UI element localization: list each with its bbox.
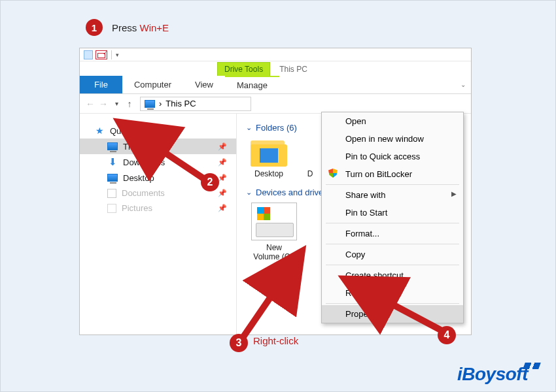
step-badge-1: 1 bbox=[86, 19, 103, 36]
nav-up-icon[interactable]: ↑ bbox=[123, 99, 136, 109]
menu-item-turn-on-bitlocker[interactable]: Turn on BitLocker bbox=[322, 165, 463, 183]
drive-label: Volume (C:) bbox=[246, 252, 302, 261]
menu-item-rename[interactable]: Rename bbox=[322, 284, 463, 302]
pin-icon: 📌 bbox=[218, 204, 227, 212]
nav-back-icon[interactable]: ← bbox=[84, 99, 97, 109]
pin-icon: 📌 bbox=[218, 189, 227, 197]
folder-label: D bbox=[304, 169, 317, 178]
nav-recent-icon[interactable]: ▾ bbox=[110, 100, 123, 107]
sidebar-label: Pictures bbox=[122, 203, 152, 213]
navigation-pane: ★ Quick access This PC 📌 ⬇ Downloads 📌 D… bbox=[80, 114, 237, 335]
section-title: Folders (6) bbox=[256, 123, 297, 133]
step-badge-3: 3 bbox=[230, 334, 248, 352]
sidebar-label: Desktop bbox=[123, 173, 154, 183]
pin-icon: 📌 bbox=[218, 142, 227, 151]
breadcrumb[interactable]: This PC bbox=[165, 99, 196, 108]
chevron-down-icon: ⌄ bbox=[246, 188, 252, 197]
step1-text: Press Win+E bbox=[112, 22, 169, 33]
chevron-down-icon: ⌄ bbox=[246, 123, 252, 132]
qat-dropdown-icon[interactable]: ▾ bbox=[116, 52, 119, 58]
desktop-icon bbox=[107, 172, 118, 183]
step-badge-4: 4 bbox=[438, 326, 456, 344]
contextual-tab-drive-tools[interactable]: Drive Tools bbox=[217, 62, 270, 76]
step-badge-2: 2 bbox=[201, 173, 219, 191]
section-title: Devices and drives bbox=[256, 188, 328, 197]
address-bar[interactable]: › This PC bbox=[140, 97, 251, 111]
pictures-icon bbox=[107, 204, 116, 213]
sidebar-item-quick-access[interactable]: ★ Quick access bbox=[80, 123, 236, 139]
titlebar: ✓ ▾ bbox=[80, 48, 471, 61]
download-icon: ⬇ bbox=[107, 157, 118, 167]
breadcrumb-sep: › bbox=[159, 99, 162, 108]
nav-forward-icon[interactable]: → bbox=[97, 99, 110, 109]
menu-item-copy[interactable]: Copy bbox=[322, 246, 463, 263]
menu-item-create-shortcut[interactable]: Create shortcut bbox=[322, 267, 463, 284]
context-menu: OpenOpen in new windowPin to Quick acces… bbox=[321, 112, 464, 323]
pc-icon bbox=[145, 100, 155, 108]
drive-icon bbox=[251, 203, 297, 240]
folder-icon bbox=[251, 138, 287, 167]
sidebar-item-this-pc[interactable]: This PC 📌 bbox=[80, 139, 236, 154]
menu-item-format-[interactable]: Format... bbox=[322, 225, 463, 242]
drive-c[interactable]: New Volume (C:) bbox=[246, 203, 302, 261]
menu-item-share-with[interactable]: Share with▶ bbox=[322, 186, 463, 204]
step3-text: Right-click bbox=[253, 335, 298, 346]
menu-item-open[interactable]: Open bbox=[322, 112, 463, 130]
tab-view[interactable]: View bbox=[183, 76, 225, 93]
tab-manage[interactable]: Manage bbox=[225, 76, 279, 93]
pin-icon: 📌 bbox=[218, 174, 227, 182]
drive-label: New bbox=[246, 243, 302, 252]
folder-truncated[interactable]: D bbox=[304, 138, 317, 178]
menu-item-pin-to-quick-access[interactable]: Pin to Quick access bbox=[322, 148, 463, 165]
tab-file[interactable]: File bbox=[80, 76, 122, 93]
qat-icon[interactable] bbox=[84, 50, 93, 59]
sidebar-label: This PC bbox=[123, 142, 153, 152]
pin-icon: 📌 bbox=[218, 158, 227, 167]
document-icon bbox=[107, 189, 116, 198]
star-icon: ★ bbox=[94, 125, 105, 136]
sidebar-label: Downloads bbox=[123, 157, 165, 167]
sidebar-item-downloads[interactable]: ⬇ Downloads 📌 bbox=[80, 154, 236, 170]
brand-watermark: iBoysoft bbox=[457, 364, 528, 385]
ribbon-expand-icon[interactable]: ⌄ bbox=[455, 76, 471, 93]
tab-computer[interactable]: Computer bbox=[122, 76, 183, 93]
folder-desktop[interactable]: Desktop bbox=[246, 138, 292, 178]
sidebar-label: Quick access bbox=[110, 126, 160, 136]
folder-label: Desktop bbox=[246, 169, 292, 178]
menu-item-properties[interactable]: Properties bbox=[322, 305, 463, 323]
monitor-icon bbox=[107, 141, 118, 152]
window-title: This PC bbox=[270, 63, 317, 76]
menu-item-open-in-new-window[interactable]: Open in new window bbox=[322, 130, 463, 148]
address-bar-row: ← → ▾ ↑ › This PC bbox=[80, 94, 471, 114]
ribbon-tabs: File Computer View Manage ⌄ bbox=[80, 76, 471, 94]
shield-icon bbox=[328, 169, 338, 178]
sidebar-label: Documents bbox=[122, 188, 165, 198]
qat-select-icon[interactable]: ✓ bbox=[96, 50, 107, 59]
menu-item-pin-to-start[interactable]: Pin to Start bbox=[322, 204, 463, 221]
sidebar-item-pictures[interactable]: Pictures 📌 bbox=[80, 201, 236, 216]
